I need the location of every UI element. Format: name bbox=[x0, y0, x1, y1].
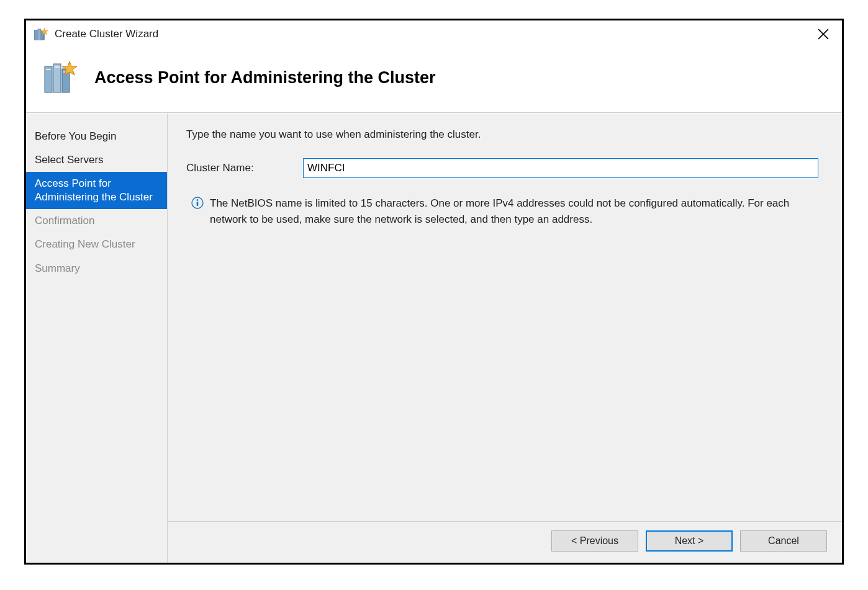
svg-rect-0 bbox=[34, 30, 37, 40]
header-panel: Access Point for Administering the Clust… bbox=[26, 47, 842, 113]
page-heading: Access Point for Administering the Clust… bbox=[94, 68, 436, 87]
close-button[interactable] bbox=[811, 25, 836, 43]
svg-point-14 bbox=[197, 199, 199, 201]
cluster-name-input[interactable] bbox=[303, 158, 818, 178]
footer: < Previous Next > Cancel bbox=[168, 521, 842, 563]
svg-rect-1 bbox=[38, 29, 41, 40]
window-title: Create Cluster Wizard bbox=[55, 28, 158, 40]
sidebar: Before You Begin Select Servers Access P… bbox=[26, 114, 168, 563]
instruction-text: Type the name you want to use when admin… bbox=[186, 128, 818, 141]
servers-icon bbox=[41, 58, 81, 97]
next-button[interactable]: Next > bbox=[646, 530, 733, 552]
previous-button[interactable]: < Previous bbox=[551, 530, 638, 552]
sidebar-step-select-servers[interactable]: Select Servers bbox=[26, 148, 167, 172]
sidebar-step-access-point[interactable]: Access Point for Administering the Clust… bbox=[26, 172, 167, 209]
wizard-dialog: Create Cluster Wizard Access Point for A… bbox=[24, 19, 844, 565]
svg-rect-6 bbox=[45, 66, 52, 92]
content-inner: Type the name you want to use when admin… bbox=[168, 114, 842, 521]
svg-rect-7 bbox=[53, 64, 61, 92]
svg-rect-10 bbox=[55, 66, 60, 68]
info-text: The NetBIOS name is limited to 15 charac… bbox=[210, 195, 818, 227]
cluster-name-row: Cluster Name: bbox=[186, 158, 818, 178]
titlebar: Create Cluster Wizard bbox=[26, 20, 842, 47]
sidebar-step-creating-new-cluster: Creating New Cluster bbox=[26, 233, 167, 256]
close-icon bbox=[818, 29, 829, 40]
wizard-body: Before You Begin Select Servers Access P… bbox=[26, 113, 842, 563]
cancel-button[interactable]: Cancel bbox=[740, 530, 827, 552]
sidebar-step-summary: Summary bbox=[26, 257, 167, 280]
cluster-name-label: Cluster Name: bbox=[186, 162, 267, 174]
info-icon bbox=[191, 197, 204, 209]
svg-rect-15 bbox=[197, 202, 199, 206]
sidebar-step-confirmation: Confirmation bbox=[26, 209, 167, 233]
content-panel: Type the name you want to use when admin… bbox=[168, 114, 842, 563]
app-icon bbox=[32, 26, 48, 42]
svg-rect-9 bbox=[46, 69, 51, 70]
info-row: The NetBIOS name is limited to 15 charac… bbox=[186, 195, 818, 227]
sidebar-step-before-you-begin[interactable]: Before You Begin bbox=[26, 125, 167, 148]
